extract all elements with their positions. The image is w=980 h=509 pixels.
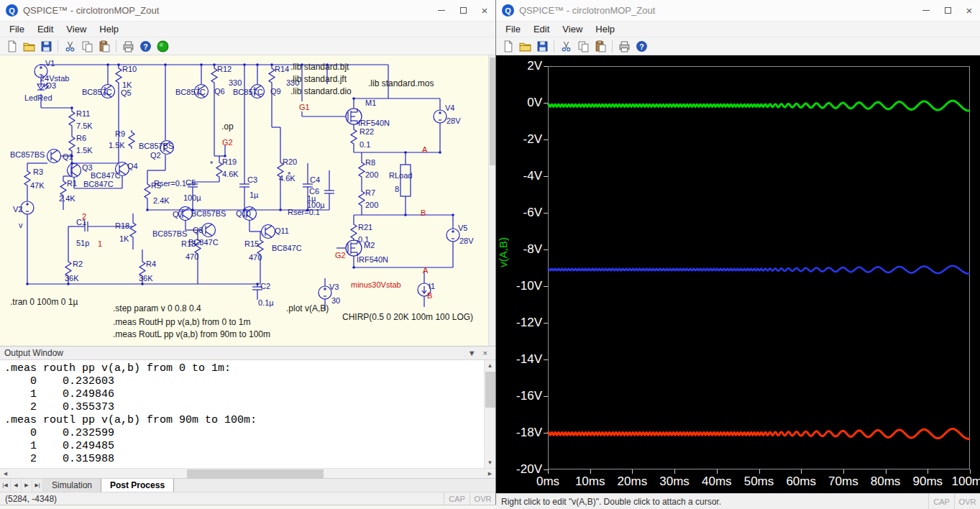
output-close-icon[interactable]: × (480, 349, 491, 357)
schematic-label: 1K (119, 235, 129, 243)
schematic-label: R7 (365, 189, 375, 197)
schematic-label: R14 (275, 65, 289, 73)
schematic-label: Q7 (173, 211, 183, 219)
schematic-label: 100µ (183, 194, 201, 202)
output-window-header[interactable]: Output Window ▼ × (0, 346, 495, 360)
print-icon[interactable] (616, 38, 632, 54)
schematic-label: Q5 (121, 89, 132, 97)
schematic-label: * (288, 171, 290, 179)
paste-icon[interactable] (96, 38, 112, 54)
schematic-label: R13 (181, 240, 196, 248)
scrollbar-thumb[interactable] (187, 469, 324, 478)
y-tick-mark (544, 103, 548, 104)
scrollbar-thumb[interactable] (490, 58, 495, 165)
open-folder-icon[interactable] (517, 38, 533, 54)
close-button[interactable]: × (958, 0, 980, 22)
cut-icon[interactable] (62, 38, 78, 54)
run-icon[interactable] (155, 38, 170, 54)
schematic-label: 51p (76, 239, 89, 247)
y-tick-label: -4V (496, 169, 542, 183)
scrollbar-thumb[interactable] (485, 372, 495, 408)
schematic-label: V1 (45, 60, 55, 68)
scroll-left-icon[interactable]: ◀ (0, 469, 11, 479)
copy-icon[interactable] (575, 38, 591, 54)
menu-help[interactable]: Help (589, 22, 621, 36)
y-tick-mark (544, 396, 548, 397)
menu-view[interactable]: View (60, 22, 93, 36)
tab-nav-first-icon[interactable]: |◀ (0, 479, 11, 492)
menu-help[interactable]: Help (93, 22, 125, 36)
menu-file[interactable]: File (3, 22, 31, 36)
menubar: FileEditViewHelp (496, 22, 980, 37)
tab-post-process[interactable]: Post Process (101, 479, 174, 492)
status-bar: Right click to edit "v(A,B)". Double cli… (496, 493, 980, 509)
save-icon[interactable] (38, 38, 54, 54)
schematic-label: R3 (33, 168, 43, 176)
schematic-label: B (427, 292, 432, 300)
schematic-label: V3 (329, 283, 339, 291)
schematic-label: BC857BS (152, 230, 187, 238)
output-collapse-icon[interactable]: ▼ (464, 349, 480, 357)
schematic-label: 8 (395, 185, 399, 193)
x-tick-mark (801, 469, 802, 474)
tab-nav-last-icon[interactable]: ▶| (32, 479, 43, 492)
toolbar-separator (554, 40, 554, 52)
cap-indicator: CAP (928, 494, 954, 509)
output-line: .meas routl pp v(a,b) from 90m to 100m: (4, 414, 257, 427)
schematic-label: IRF540N (358, 119, 390, 127)
minimize-button[interactable] (915, 0, 937, 22)
titlebar[interactable]: Q QSPICE™ - circlotronMOP_Zout × (496, 0, 980, 22)
schematic-vertical-scrollbar[interactable] (488, 55, 495, 346)
y-tick-label: -16V (496, 389, 542, 403)
schematic-label: 0.1 (360, 141, 370, 149)
help-icon[interactable]: ? (137, 38, 153, 54)
print-icon[interactable] (120, 38, 136, 54)
tab-simulation[interactable]: Simulation (43, 479, 101, 492)
menu-edit[interactable]: Edit (31, 22, 60, 36)
maximize-button[interactable] (937, 0, 958, 22)
output-window-body[interactable]: .meas routh pp v(a,b) from 0 to 1m: 0 0.… (0, 360, 495, 468)
maximize-button[interactable] (452, 0, 474, 22)
waveform-plot[interactable]: 2V0V-2V-4V-6V-8V-10V-12V-14V-16V-18V-20V… (496, 55, 980, 493)
horizontal-scrollbar[interactable]: ◀ ▶ (0, 468, 495, 478)
schematic-label: R18 (115, 222, 129, 230)
save-icon[interactable] (534, 38, 550, 54)
scroll-down-icon[interactable]: ▼ (485, 457, 495, 468)
schematic-label: 200 (365, 201, 378, 209)
schematic-label: 36K (139, 275, 153, 283)
y-tick-label: 0V (496, 96, 542, 110)
scroll-right-icon[interactable]: ▶ (485, 469, 495, 479)
schematic-label: R6 (76, 134, 86, 142)
copy-icon[interactable] (79, 38, 95, 54)
menu-edit[interactable]: Edit (527, 22, 556, 36)
schematic-label: R15 (244, 240, 259, 248)
cursor-coordinates: (5284, -4348) (0, 494, 444, 504)
schematic-canvas[interactable]: V124VstabD3LedRedR101KQ5BC857CR12330Q6BC… (0, 55, 495, 346)
qspice-schematic-window: Q QSPICE™ - circlotronMOP_Zout × FileEdi… (0, 0, 496, 509)
open-folder-icon[interactable] (21, 38, 37, 54)
schematic-label: Q11 (275, 227, 289, 235)
titlebar[interactable]: Q QSPICE™ - circlotronMOP_Zout × (0, 0, 495, 22)
help-icon[interactable]: ? (633, 38, 649, 54)
tab-nav-next-icon[interactable]: ▶ (22, 479, 32, 492)
close-button[interactable]: × (474, 0, 495, 22)
schematic-label: B (421, 209, 426, 217)
menu-view[interactable]: View (556, 22, 589, 36)
cut-icon[interactable] (558, 38, 574, 54)
minimize-button[interactable] (431, 0, 452, 22)
maximize-icon (945, 7, 951, 14)
y-tick-label: 2V (496, 59, 542, 73)
scroll-up-icon[interactable]: ▲ (485, 360, 495, 371)
menu-file[interactable]: File (499, 22, 527, 36)
schematic-label: 1µ (249, 191, 258, 199)
schematic-label: M2 (364, 242, 375, 249)
new-document-icon[interactable] (4, 38, 19, 54)
paste-icon[interactable] (592, 38, 608, 54)
new-document-icon[interactable] (500, 38, 516, 54)
schematic-label: .step param v 0 0.8 0.4 (113, 304, 201, 313)
schematic-label: A (422, 146, 427, 154)
schematic-label: .lib standard.dio (290, 87, 352, 96)
tab-nav-prev-icon[interactable]: ◀ (11, 479, 22, 492)
y-tick-label: -18V (496, 426, 542, 440)
output-vertical-scrollbar[interactable]: ▲ ▼ (484, 360, 495, 468)
